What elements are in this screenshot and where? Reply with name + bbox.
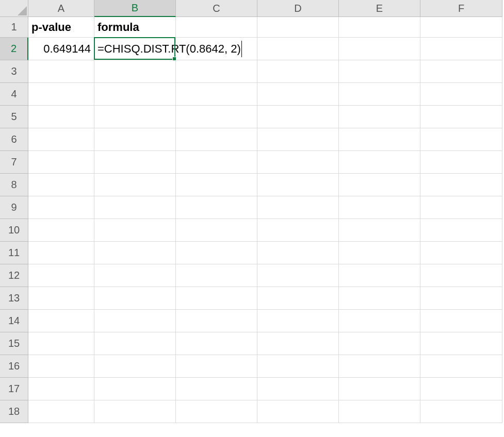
row-header-11[interactable]: 11 — [0, 242, 28, 264]
cell-B18[interactable] — [94, 400, 176, 423]
cell-B7[interactable] — [94, 151, 176, 174]
cell-F2[interactable] — [420, 38, 502, 60]
cell-E5[interactable] — [339, 106, 420, 128]
cell-A6[interactable] — [28, 128, 94, 151]
cell-D15[interactable] — [257, 332, 339, 355]
cell-A11[interactable] — [28, 242, 94, 264]
cell-B16[interactable] — [94, 355, 176, 378]
row-header-16[interactable]: 16 — [0, 355, 28, 378]
cell-C3[interactable] — [176, 60, 257, 83]
row-header-6[interactable]: 6 — [0, 128, 28, 151]
cell-C12[interactable] — [176, 264, 257, 287]
cell-B9[interactable] — [94, 196, 176, 219]
cell-F13[interactable] — [420, 287, 502, 310]
row-header-7[interactable]: 7 — [0, 151, 28, 174]
cell-B5[interactable] — [94, 106, 176, 128]
cell-E13[interactable] — [339, 287, 420, 310]
cell-E15[interactable] — [339, 332, 420, 355]
column-header-A[interactable]: A — [28, 0, 94, 17]
cell-E7[interactable] — [339, 151, 420, 174]
cell-B1[interactable]: formula — [94, 17, 176, 38]
cell-D9[interactable] — [257, 196, 339, 219]
row-header-15[interactable]: 15 — [0, 332, 28, 355]
cell-D11[interactable] — [257, 242, 339, 264]
column-header-F[interactable]: F — [420, 0, 502, 17]
cell-D12[interactable] — [257, 264, 339, 287]
row-header-13[interactable]: 13 — [0, 287, 28, 310]
row-header-10[interactable]: 10 — [0, 219, 28, 242]
cell-F6[interactable] — [420, 128, 502, 151]
cell-D2[interactable] — [257, 38, 339, 60]
cell-F11[interactable] — [420, 242, 502, 264]
cell-F1[interactable] — [420, 17, 502, 38]
cell-D8[interactable] — [257, 174, 339, 196]
cell-A7[interactable] — [28, 151, 94, 174]
cell-E18[interactable] — [339, 400, 420, 423]
row-header-5[interactable]: 5 — [0, 106, 28, 128]
row-header-4[interactable]: 4 — [0, 83, 28, 106]
cell-B15[interactable] — [94, 332, 176, 355]
cell-A5[interactable] — [28, 106, 94, 128]
cell-E9[interactable] — [339, 196, 420, 219]
cell-C8[interactable] — [176, 174, 257, 196]
cell-E3[interactable] — [339, 60, 420, 83]
cell-D6[interactable] — [257, 128, 339, 151]
cell-B11[interactable] — [94, 242, 176, 264]
select-all-corner[interactable] — [0, 0, 28, 17]
row-header-8[interactable]: 8 — [0, 174, 28, 196]
cell-D17[interactable] — [257, 378, 339, 400]
cell-A9[interactable] — [28, 196, 94, 219]
row-header-9[interactable]: 9 — [0, 196, 28, 219]
cell-A8[interactable] — [28, 174, 94, 196]
cell-C15[interactable] — [176, 332, 257, 355]
cell-C1[interactable] — [176, 17, 257, 38]
column-header-E[interactable]: E — [339, 0, 420, 17]
cell-B17[interactable] — [94, 378, 176, 400]
cell-F3[interactable] — [420, 60, 502, 83]
cell-F17[interactable] — [420, 378, 502, 400]
cell-F4[interactable] — [420, 83, 502, 106]
cell-C17[interactable] — [176, 378, 257, 400]
cell-E2[interactable] — [339, 38, 420, 60]
cell-A2[interactable]: 0.649144 — [28, 38, 94, 60]
cell-E1[interactable] — [339, 17, 420, 38]
cell-D4[interactable] — [257, 83, 339, 106]
cell-C14[interactable] — [176, 310, 257, 332]
cell-C10[interactable] — [176, 219, 257, 242]
column-header-C[interactable]: C — [176, 0, 257, 17]
cell-B6[interactable] — [94, 128, 176, 151]
cell-E8[interactable] — [339, 174, 420, 196]
cell-B4[interactable] — [94, 83, 176, 106]
cell-E14[interactable] — [339, 310, 420, 332]
cell-A16[interactable] — [28, 355, 94, 378]
cell-A14[interactable] — [28, 310, 94, 332]
cell-C13[interactable] — [176, 287, 257, 310]
cell-B10[interactable] — [94, 219, 176, 242]
cell-F18[interactable] — [420, 400, 502, 423]
cell-C6[interactable] — [176, 128, 257, 151]
cell-D3[interactable] — [257, 60, 339, 83]
cell-C7[interactable] — [176, 151, 257, 174]
cell-A12[interactable] — [28, 264, 94, 287]
cell-B14[interactable] — [94, 310, 176, 332]
cell-A1[interactable]: p-value — [28, 17, 94, 38]
cell-D1[interactable] — [257, 17, 339, 38]
row-header-1[interactable]: 1 — [0, 17, 28, 38]
cell-D10[interactable] — [257, 219, 339, 242]
cell-F12[interactable] — [420, 264, 502, 287]
cell-F5[interactable] — [420, 106, 502, 128]
cell-C16[interactable] — [176, 355, 257, 378]
cell-D5[interactable] — [257, 106, 339, 128]
cell-F7[interactable] — [420, 151, 502, 174]
cell-A3[interactable] — [28, 60, 94, 83]
cell-C9[interactable] — [176, 196, 257, 219]
cell-E12[interactable] — [339, 264, 420, 287]
cell-C4[interactable] — [176, 83, 257, 106]
cell-D14[interactable] — [257, 310, 339, 332]
cell-F15[interactable] — [420, 332, 502, 355]
row-header-12[interactable]: 12 — [0, 264, 28, 287]
cell-E16[interactable] — [339, 355, 420, 378]
row-header-18[interactable]: 18 — [0, 400, 28, 423]
cell-A10[interactable] — [28, 219, 94, 242]
cell-F16[interactable] — [420, 355, 502, 378]
